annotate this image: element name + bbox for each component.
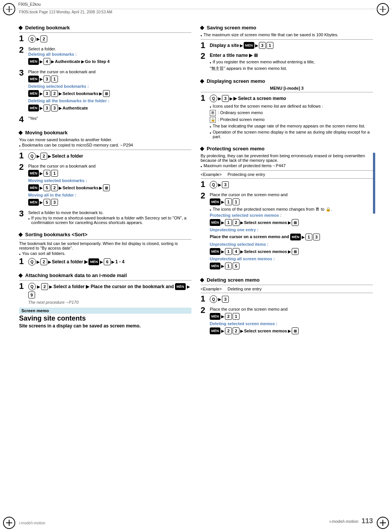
left-column: Deleting bookmark 1 Q ▶ 2 — [19, 21, 191, 513]
attaching-section: Attaching bookmark data to an i-mode mai… — [19, 269, 191, 308]
mov-step2: 2 Place the cursor on a bookmark and MÉN… — [19, 163, 191, 207]
prot-step1: 1 Q ▶ 3 — [201, 180, 373, 189]
diamond-icon-2 — [18, 131, 22, 135]
screen-memo-icon2: 🔒 — [210, 117, 216, 123]
del-sm-example-label: <Example> Deleting one entry — [201, 287, 373, 291]
deleting-screen-memo-section: Deleting screen memo <Example> Deleting … — [201, 273, 373, 338]
blue-accent-bar — [373, 153, 375, 214]
divider5 — [201, 39, 373, 40]
saving-subtitle: Site screens in a display can be saved a… — [19, 323, 191, 329]
header-filename: F905i_E2kou — [18, 2, 41, 6]
deleting-screen-memo-title: Deleting screen memo — [201, 277, 373, 283]
save-step2: 2 Enter a title name ▶ ⊞ • If you regist… — [201, 52, 373, 72]
saving-screen-memo-section: Saving screen memo • The maximum size of… — [201, 21, 373, 74]
save-step1: 1 Display a site ▶ MÉN ▶ 3 1 — [201, 41, 373, 50]
del-step2: 2 Select a folder. Deleting all bookmark… — [19, 46, 191, 66]
divider — [19, 32, 191, 33]
diamond-icon — [18, 26, 22, 30]
del-step3: 3 Place the cursor on a bookmark and MÉN… — [19, 69, 191, 113]
mov-step1: 1 Q ▶ 2 ▶ Select a folder — [19, 152, 191, 161]
deleting-bookmark-section: Deleting bookmark 1 Q ▶ 2 — [19, 21, 191, 126]
del-step4: 4 "Yes" — [19, 115, 191, 124]
sort-step1: 1 Q ▶ 2 ▶ Select a folder ▶ MÉN ▶ 6 ▶ — [19, 257, 191, 266]
right-column: Saving screen memo • The maximum size of… — [201, 21, 373, 513]
del-step1-keys: Q ▶ 2 — [28, 35, 47, 43]
footer-right: i-mode/i-motion 113 — [329, 517, 373, 525]
prot-example-label: <Example> Protecting one entry — [201, 172, 373, 177]
moving-bookmark-section: Moving bookmark You can move saved bookm… — [19, 126, 191, 228]
menu-label: MENU [i-mode] 3 — [201, 86, 373, 90]
prot-step2: 2 Place the cursor on the screen memo an… — [201, 192, 373, 271]
header-bar: F905i_E2kou — [0, 0, 392, 9]
diamond-icon-7 — [200, 147, 204, 151]
page-content: Deleting bookmark 1 Q ▶ 2 — [19, 21, 373, 513]
sorting-section: Sorting bookmarks <Sort> The bookmark li… — [19, 228, 191, 269]
divider2 — [19, 150, 191, 150]
header-book-line: F905i.book Page 113 Monday, April 21, 20… — [19, 10, 112, 14]
divider6 — [201, 92, 373, 92]
diamond-icon-3 — [18, 232, 22, 237]
sorting-title: Sorting bookmarks <Sort> — [19, 232, 191, 237]
diamond-icon-4 — [18, 273, 22, 277]
divider7b — [201, 178, 373, 179]
del-sm-step2: 2 Place the cursor on the screen memo an… — [201, 306, 373, 336]
key-q: Q — [28, 35, 36, 43]
divider8b — [201, 293, 373, 293]
disp-step1: 1 Q ▶ 3 ▶ ▶ Select a screen memo • Icons… — [201, 94, 373, 140]
screen-memo-icon1: 🖹 — [210, 110, 216, 116]
corner-mark-br — [377, 517, 389, 529]
diamond-icon-6 — [200, 79, 204, 83]
divider3 — [19, 239, 191, 240]
diamond-icon-8 — [200, 278, 204, 282]
saving-screen-memo-title: Saving screen memo — [201, 25, 373, 31]
diamond-icon-5 — [200, 26, 204, 30]
mov-step3: 3 Select a folder to move the bookmark t… — [19, 210, 191, 226]
divider4 — [19, 280, 191, 281]
protecting-screen-memo-title: Protecting screen memo — [201, 146, 373, 152]
footer-left: i-mode/i-motion — [19, 521, 45, 525]
protecting-screen-memo-section: Protecting screen memo By protecting, th… — [201, 142, 373, 273]
displaying-screen-memo-title: Displaying screen memo — [201, 78, 373, 84]
divider8 — [201, 285, 373, 285]
divider7 — [201, 170, 373, 171]
moving-bookmark-title: Moving bookmark — [19, 130, 191, 135]
key-2: 2 — [40, 35, 47, 42]
displaying-screen-memo-section: Displaying screen memo MENU [i-mode] 3 1… — [201, 74, 373, 142]
corner-mark-bl — [3, 517, 15, 529]
saving-title: Saving site contents — [19, 314, 191, 322]
del-step1: 1 Q ▶ 2 — [19, 34, 191, 44]
att-step1: 1 Q ▶ 2 ▶ Select a folder ▶ Place the cu… — [19, 282, 191, 305]
deleting-bookmark-title: Deleting bookmark — [19, 25, 191, 31]
attaching-title: Attaching bookmark data to an i-mode mai… — [19, 272, 191, 278]
screen-memo-box-container: Screen memo Saving site contents Site sc… — [19, 308, 191, 330]
screen-memo-label: Screen memo — [19, 308, 191, 314]
del-sm-step1: 1 Q ▶ 3 — [201, 295, 373, 304]
